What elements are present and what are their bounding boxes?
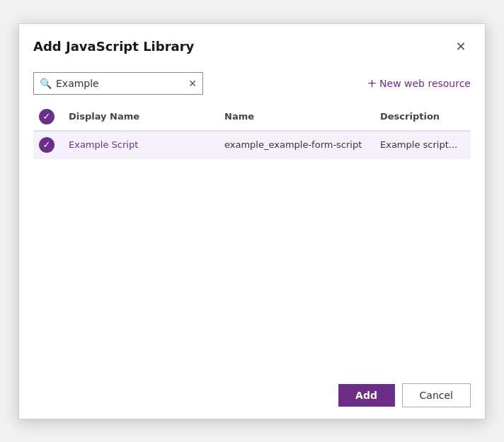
cancel-button[interactable]: Cancel bbox=[402, 383, 471, 407]
add-javascript-library-dialog: Add JavaScript Library ✕ 🔍 ✕ + New web r… bbox=[18, 23, 486, 419]
dialog-title: Add JavaScript Library bbox=[33, 39, 194, 54]
row-check-icon: ✓ bbox=[39, 137, 55, 153]
row-checkbox[interactable]: ✓ bbox=[33, 131, 63, 159]
close-button[interactable]: ✕ bbox=[451, 37, 471, 57]
search-icon: 🔍 bbox=[40, 78, 52, 89]
new-web-resource-button[interactable]: + New web resource bbox=[367, 76, 471, 90]
row-display-name[interactable]: Example Script bbox=[63, 131, 219, 159]
row-name: example_example-form-script bbox=[219, 131, 374, 159]
dialog-footer: Add Cancel bbox=[19, 372, 485, 419]
new-web-resource-label: New web resource bbox=[379, 78, 471, 89]
add-button[interactable]: Add bbox=[338, 384, 395, 407]
search-clear-button[interactable]: ✕ bbox=[188, 78, 197, 89]
search-input[interactable] bbox=[56, 78, 184, 89]
dialog-toolbar: 🔍 ✕ + New web resource bbox=[19, 66, 485, 103]
th-description: Description bbox=[374, 103, 471, 131]
row-description: Example script... bbox=[374, 131, 471, 159]
plus-icon: + bbox=[367, 76, 377, 90]
table-body: ✓ Example Script example_example-form-sc… bbox=[33, 131, 471, 159]
table-header: ✓ Display Name Name Description bbox=[33, 103, 471, 131]
library-table: ✓ Display Name Name Description ✓ Exampl… bbox=[33, 103, 471, 159]
display-name-link[interactable]: Example Script bbox=[69, 139, 138, 150]
header-check-icon: ✓ bbox=[39, 109, 55, 124]
th-name: Name bbox=[219, 103, 374, 131]
th-display-name: Display Name bbox=[63, 103, 219, 131]
search-box[interactable]: 🔍 ✕ bbox=[33, 72, 203, 95]
dialog-header: Add JavaScript Library ✕ bbox=[19, 24, 485, 66]
th-checkbox: ✓ bbox=[33, 103, 63, 131]
table-container: ✓ Display Name Name Description ✓ Exampl… bbox=[19, 103, 485, 372]
table-row[interactable]: ✓ Example Script example_example-form-sc… bbox=[33, 131, 471, 159]
